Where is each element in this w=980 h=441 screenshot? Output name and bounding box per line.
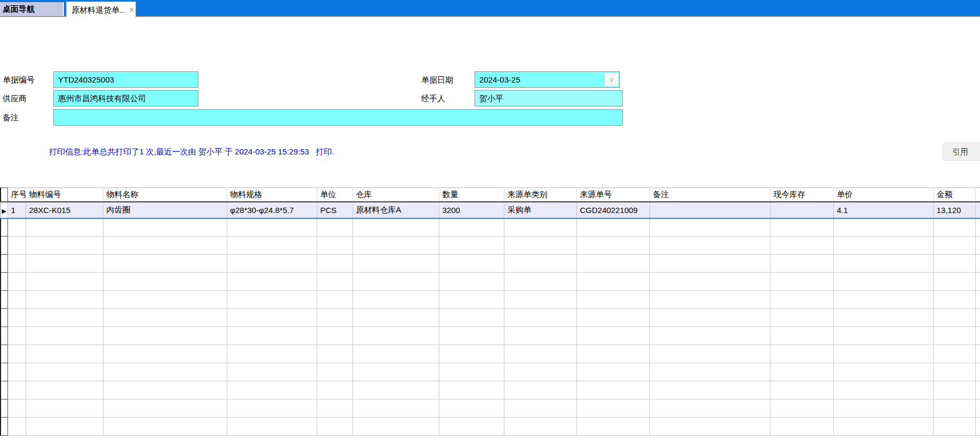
row-selector-cell[interactable] [1,399,7,418]
empty-cell[interactable] [833,218,933,236]
empty-cell[interactable] [352,255,439,273]
empty-cell[interactable] [227,291,317,309]
empty-cell[interactable] [576,309,649,327]
empty-cell[interactable] [504,399,576,418]
row-selector-cell[interactable] [1,418,7,436]
empty-cell[interactable] [833,418,933,436]
empty-cell[interactable] [317,291,352,309]
cell-物料名称[interactable]: 内齿圈 [103,202,227,218]
row-selector-cell[interactable]: ▶ [1,202,7,218]
empty-cell[interactable] [439,418,504,436]
empty-cell[interactable] [576,363,649,381]
empty-cell[interactable] [770,218,833,236]
empty-cell[interactable] [833,399,933,418]
empty-cell[interactable] [439,291,504,309]
cell-序号[interactable]: 1 [7,202,26,218]
cell-物料规格[interactable]: φ28*30-φ24.8*5.7 [227,202,317,218]
empty-cell[interactable] [227,236,317,255]
empty-cell[interactable] [7,418,26,436]
empty-cell[interactable] [933,327,975,345]
empty-cell[interactable] [933,363,975,381]
empty-cell[interactable] [103,399,227,418]
empty-cell[interactable] [103,363,227,381]
empty-cell[interactable] [352,218,439,236]
empty-cell[interactable] [504,255,576,273]
empty-cell[interactable] [103,345,227,363]
empty-cell[interactable] [317,418,352,436]
empty-cell[interactable] [103,273,227,291]
empty-cell[interactable] [933,291,975,309]
empty-cell[interactable] [103,236,227,255]
empty-cell[interactable] [770,399,833,418]
empty-cell[interactable] [103,291,227,309]
empty-cell[interactable] [649,218,770,236]
empty-cell[interactable] [439,309,504,327]
column-header-金额[interactable]: 金额 [933,188,975,202]
empty-cell[interactable] [26,327,103,345]
empty-cell[interactable] [504,273,576,291]
doc-date-combobox[interactable]: 2024-03-25 ∨ [475,71,620,88]
empty-cell[interactable] [649,255,770,273]
empty-cell[interactable] [576,273,649,291]
empty-cell[interactable] [352,363,439,381]
empty-cell[interactable] [649,236,770,255]
column-header-物料编号[interactable]: 物料编号 [26,188,103,202]
empty-cell[interactable] [833,273,933,291]
empty-cell[interactable] [352,236,439,255]
empty-cell[interactable] [103,218,227,236]
empty-cell[interactable] [833,309,933,327]
empty-cell[interactable] [439,236,504,255]
cell-来源单号[interactable]: CGD240221009 [576,202,649,218]
column-header-单价[interactable]: 单价 [833,188,933,202]
empty-cell[interactable] [7,381,26,399]
empty-cell[interactable] [26,291,103,309]
empty-cell[interactable] [352,291,439,309]
empty-cell[interactable] [833,381,933,399]
empty-cell[interactable] [933,381,975,399]
empty-cell[interactable] [7,291,26,309]
empty-cell[interactable] [352,345,439,363]
empty-cell[interactable] [770,327,833,345]
empty-cell[interactable] [649,399,770,418]
empty-cell[interactable] [103,255,227,273]
empty-cell[interactable] [26,218,103,236]
row-selector-cell[interactable] [1,291,7,309]
empty-cell[interactable] [7,255,26,273]
empty-cell[interactable] [770,363,833,381]
empty-cell[interactable] [352,273,439,291]
empty-cell[interactable] [933,345,975,363]
empty-cell[interactable] [770,291,833,309]
row-selector-cell[interactable] [1,363,7,381]
empty-cell[interactable] [317,309,352,327]
column-header-单位[interactable]: 单位 [317,188,352,202]
empty-cell[interactable] [833,236,933,255]
empty-cell[interactable] [317,363,352,381]
empty-cell[interactable] [439,327,504,345]
empty-cell[interactable] [317,381,352,399]
column-header-物料规格[interactable]: 物料规格 [227,188,317,202]
empty-cell[interactable] [26,273,103,291]
empty-cell[interactable] [227,309,317,327]
column-header-数量[interactable]: 数量 [439,188,504,202]
empty-cell[interactable] [576,399,649,418]
empty-cell[interactable] [576,345,649,363]
column-header-来源单号[interactable]: 来源单号 [576,188,649,202]
empty-cell[interactable] [649,327,770,345]
column-header-现今库存[interactable]: 现今库存 [770,188,833,202]
empty-cell[interactable] [770,418,833,436]
empty-cell[interactable] [933,273,975,291]
empty-cell[interactable] [26,381,103,399]
empty-cell[interactable] [770,273,833,291]
row-selector-header[interactable] [1,188,7,202]
empty-cell[interactable] [103,309,227,327]
empty-cell[interactable] [833,345,933,363]
empty-cell[interactable] [352,418,439,436]
empty-cell[interactable] [833,363,933,381]
empty-cell[interactable] [770,255,833,273]
cell-数量[interactable]: 3200 [439,202,504,218]
empty-cell[interactable] [352,309,439,327]
empty-cell[interactable] [352,381,439,399]
column-header-物料名称[interactable]: 物料名称 [103,188,227,202]
empty-cell[interactable] [504,327,576,345]
empty-cell[interactable] [352,327,439,345]
